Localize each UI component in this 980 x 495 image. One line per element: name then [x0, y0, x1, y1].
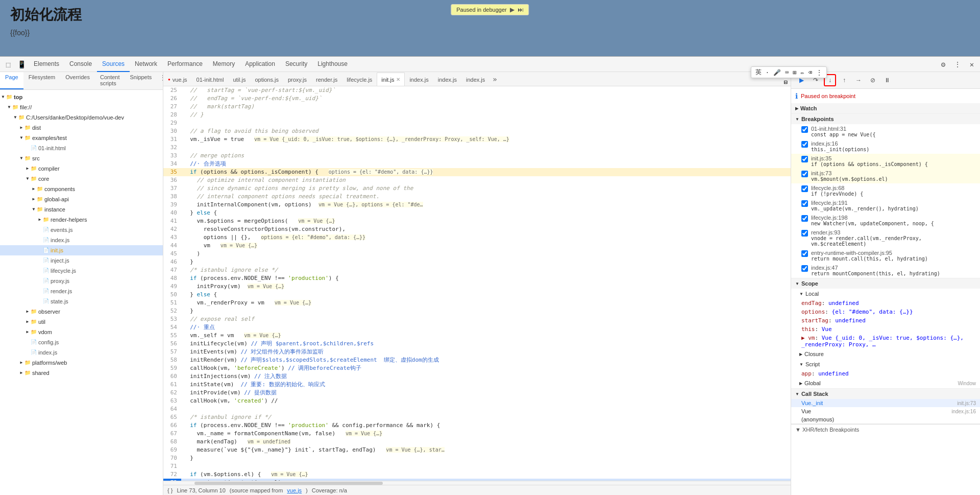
- tree-item-inject-js[interactable]: 📄 inject.js: [0, 255, 163, 266]
- ime-backspace[interactable]: ⌫: [807, 69, 813, 76]
- sub-tab-snippets[interactable]: Snippets: [125, 72, 157, 89]
- tree-item-vdom[interactable]: ▶ 📁 vdom: [0, 327, 163, 337]
- file-tab-vue[interactable]: ● vue.js: [163, 73, 192, 86]
- breakpoints-header[interactable]: ▼ Breakpoints: [791, 114, 980, 124]
- code-area[interactable]: 25 // startTag = `vue-perf-start:${vm._u…: [163, 86, 791, 481]
- bp-checkbox-5[interactable]: [801, 185, 808, 192]
- bp-checkbox-1[interactable]: [801, 126, 808, 133]
- tree-item-config-js[interactable]: 📄 config.js: [0, 337, 163, 347]
- tree-item-examples[interactable]: ▼ 📁 examples/test: [0, 133, 163, 143]
- tree-item-lifecycle-js[interactable]: 📄 lifecycle.js: [0, 266, 163, 276]
- bp-checkbox-4[interactable]: [801, 171, 808, 177]
- call-item-vue-init[interactable]: Vue._init init.js:73: [791, 399, 980, 407]
- tree-item-file[interactable]: ▼ 📁 file://: [0, 102, 163, 112]
- file-tab-init[interactable]: init.js ✕: [377, 73, 405, 86]
- ime-mic[interactable]: 🎤: [772, 69, 782, 76]
- settings-icon[interactable]: ⚙: [937, 58, 949, 70]
- step-out-button[interactable]: ↑: [838, 74, 850, 86]
- tree-item-cdir[interactable]: ▼ 📁 C:/Users/danke/Desktop/demo/vue-dev: [0, 112, 163, 123]
- tree-item-platforms[interactable]: ▶ 📁 platforms/web: [0, 358, 163, 368]
- tree-item-instance[interactable]: ▼ 📁 instance: [0, 204, 163, 215]
- file-tab-index2[interactable]: index.js: [433, 73, 461, 86]
- tree-item-components[interactable]: ▶ 📁 components: [0, 184, 163, 194]
- tree-item-state-js[interactable]: 📄 state.js: [0, 296, 163, 307]
- step-button[interactable]: →: [852, 74, 865, 86]
- file-tab-lifecycle[interactable]: lifecycle.js: [342, 73, 377, 86]
- tree-item-init-js[interactable]: 📄 init.js: [0, 245, 163, 255]
- bp-checkbox-3[interactable]: [801, 156, 808, 162]
- closure-header[interactable]: ▶ Closure: [791, 349, 980, 359]
- call-item-vue[interactable]: Vue index.js:16: [791, 407, 980, 415]
- code-horizontal-scrollbar[interactable]: [163, 481, 791, 485]
- tree-item-top[interactable]: ▼ 📁 top: [0, 92, 163, 102]
- file-tab-index1[interactable]: index.js: [405, 73, 433, 86]
- tab-application[interactable]: Application: [240, 57, 280, 72]
- file-tab-render[interactable]: render.js: [311, 73, 342, 86]
- tab-memory[interactable]: Memory: [208, 57, 240, 72]
- bp-checkbox-2[interactable]: [801, 141, 808, 148]
- inspect-icon[interactable]: ⬚: [2, 58, 14, 70]
- bp-checkbox-8[interactable]: [801, 230, 808, 237]
- file-tab-options[interactable]: options.js: [250, 73, 283, 86]
- tab-console[interactable]: Console: [64, 57, 97, 72]
- call-stack-header[interactable]: ▼ Call Stack: [791, 389, 980, 399]
- ime-more[interactable]: ⋮: [815, 69, 823, 76]
- source-file-link[interactable]: vue.js: [287, 487, 302, 493]
- tab-performance[interactable]: Performance: [162, 57, 208, 72]
- ime-keyboard[interactable]: ⌨: [784, 69, 790, 76]
- pause-exceptions-button[interactable]: ⏸: [881, 74, 893, 86]
- ime-dot[interactable]: ·: [765, 69, 770, 76]
- file-tab-index3[interactable]: index.js: [461, 73, 489, 86]
- tree-item-util[interactable]: ▶ 📁 util: [0, 317, 163, 327]
- file-tab-01init[interactable]: 01-init.html: [192, 73, 229, 86]
- ime-lang[interactable]: 英: [754, 68, 763, 77]
- bp-checkbox-10[interactable]: [801, 265, 808, 272]
- more-icon[interactable]: ⋮: [951, 58, 964, 70]
- tree-item-proxy-js[interactable]: 📄 proxy.js: [0, 276, 163, 286]
- tab-network[interactable]: Network: [130, 57, 162, 72]
- tab-sources[interactable]: Sources: [97, 57, 130, 72]
- ime-pen[interactable]: ✏: [800, 69, 805, 76]
- tree-item-events-js[interactable]: 📄 events.js: [0, 225, 163, 235]
- resume-button[interactable]: ▶: [510, 6, 514, 13]
- bp-checkbox-9[interactable]: [801, 250, 808, 257]
- file-tab-proxy[interactable]: proxy.js: [283, 73, 311, 86]
- tree-item-index-js-src[interactable]: 📄 index.js: [0, 347, 163, 358]
- tree-item-src[interactable]: ▼ 📁 src: [0, 153, 163, 163]
- collapse-panel-icon[interactable]: ⊟: [781, 79, 791, 86]
- sub-tab-page[interactable]: Page: [0, 72, 23, 89]
- tab-elements[interactable]: Elements: [29, 57, 64, 72]
- tree-item-compiler[interactable]: ▶ 📁 compiler: [0, 163, 163, 174]
- sub-tab-more[interactable]: ⋮: [157, 72, 163, 89]
- watch-section-header[interactable]: ▶ Watch: [791, 103, 980, 113]
- tab-security[interactable]: Security: [280, 57, 312, 72]
- bp-checkbox-7[interactable]: [801, 215, 808, 222]
- tree-item-core[interactable]: ▼ 📁 core: [0, 174, 163, 184]
- script-header[interactable]: ▼ Script: [791, 359, 980, 369]
- ime-layout[interactable]: ⊞: [792, 69, 797, 76]
- close-tab-init[interactable]: ✕: [396, 77, 400, 82]
- global-header[interactable]: ▶ Global Window: [791, 378, 980, 388]
- tree-item-render-js[interactable]: 📄 render.js: [0, 286, 163, 296]
- sub-tab-content-scripts[interactable]: Content scripts: [95, 72, 125, 89]
- sub-tab-overrides[interactable]: Overrides: [60, 72, 95, 89]
- file-tab-util[interactable]: util.js: [228, 73, 250, 86]
- step-button[interactable]: ⏭: [518, 6, 524, 13]
- sub-tab-filesystem[interactable]: Filesystem: [23, 72, 61, 89]
- tree-item-dist[interactable]: ▶ 📁 dist: [0, 123, 163, 133]
- deactivate-breakpoints-button[interactable]: ⊘: [867, 74, 879, 86]
- tree-item-01init[interactable]: 📄 01-init.html: [0, 143, 163, 153]
- tree-item-observer[interactable]: ▶ 📁 observer: [0, 307, 163, 317]
- tree-item-render-helpers[interactable]: ▶ 📁 render-helpers: [0, 215, 163, 225]
- tree-item-shared[interactable]: ▶ 📁 shared: [0, 368, 163, 378]
- tab-lighthouse[interactable]: Lighthouse: [312, 57, 353, 72]
- call-item-anon[interactable]: (anonymous): [791, 415, 980, 423]
- file-tabs-more[interactable]: »: [489, 73, 500, 86]
- close-icon[interactable]: ✕: [966, 58, 978, 70]
- scrollbar-thumb[interactable]: [194, 482, 383, 485]
- bp-checkbox-6[interactable]: [801, 200, 808, 207]
- tree-item-global-api[interactable]: ▶ 📁 global-api: [0, 194, 163, 204]
- tree-item-index-js-instance[interactable]: 📄 index.js: [0, 235, 163, 245]
- local-scope-header[interactable]: ▼ Local: [791, 289, 980, 299]
- device-icon[interactable]: 📱: [15, 58, 28, 70]
